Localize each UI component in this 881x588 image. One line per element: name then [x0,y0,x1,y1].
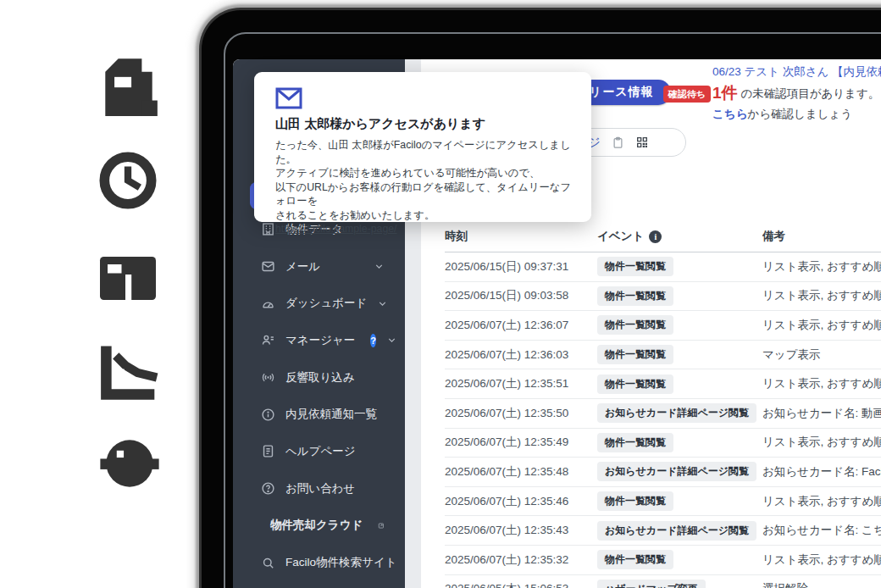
bank-building-icon [95,48,163,116]
column-header-note: 備考 [762,229,881,244]
time-cell: 2025/06/07(土) 12:35:50 [445,406,597,421]
event-badge: 物件一覧閲覧 [597,491,673,511]
table-row: 2025/06/07(土) 12:36:03物件一覧閲覧マップ表示 [445,341,881,370]
unconfirmed-count: 1件 [712,84,738,102]
note-cell: リスト表示, おすすめ順(新 [762,376,881,391]
table-row: 2025/06/15(日) 09:37:31物件一覧閲覧リスト表示, おすすめ順… [445,252,881,282]
sidebar-item-mail[interactable]: メール [233,248,405,286]
help-page-icon [261,444,275,458]
wallet-icon [95,252,161,302]
clock-icon [95,150,161,211]
sidebar-item-label: Facilo物件検索サイト [285,555,396,570]
cta-text: から確認しましょう [747,108,852,120]
sidebar-item-property-sale-cloud[interactable]: 物件売却クラウド [233,508,405,545]
column-header-event: イベントi [597,229,762,244]
cta-line: こちらから確認しましょう [712,107,881,122]
help-badge-icon[interactable]: ? [370,334,376,347]
time-cell: 2025/06/07(土) 12:35:51 [445,376,597,391]
activity-log-table: 時刻 イベントi 備考 2025/06/15(日) 09:37:31物件一覧閲覧… [445,229,881,588]
sidebar-item-label: ヘルプページ [285,444,356,459]
table-row: 2025/06/07(土) 12:35:51物件一覧閲覧リスト表示, おすすめ順… [445,369,881,399]
sidebar-item-response-import[interactable]: 反響取り込み [233,359,405,397]
popup-body-line: たった今、山田 太郎様がFaciloのマイページにアクセスしました。 [275,138,571,166]
popup-title: 山田 太郎様からアクセスがあります [275,116,571,132]
popup-link[interactable]: https://facilo.sample-page/ [275,222,397,236]
event-badge: 物件一覧閲覧 [597,315,673,335]
external-link-icon [378,520,385,531]
popup-body-line: 以下のURLからお客様の行動ログを確認して、タイムリーなフォローを [275,180,571,208]
event-badge: お知らせカード詳細ページ閲覧 [597,521,756,541]
note-cell: リスト表示, おすすめ順(新 [762,435,881,450]
event-badge: ハザードマップ変更 [597,580,706,588]
building-icon [261,222,275,236]
dashboard-icon [261,297,275,311]
note-cell: リスト表示, おすすめ順(新 [762,288,881,303]
question-icon [261,481,275,496]
chevron-down-icon [374,261,385,272]
clipboard-icon[interactable] [612,136,624,149]
event-badge: お知らせカード詳細ページ閲覧 [597,462,756,481]
note-cell: リスト表示, おすすめ順(新 [762,552,881,568]
envelope-icon [275,87,302,109]
broadcast-icon [261,370,275,385]
table-row: 2025/06/07(土) 12:35:32物件一覧閲覧リスト表示, おすすめ順… [445,546,881,575]
time-cell: 2025/06/07(土) 12:35:32 [445,552,597,568]
event-badge: 物件一覧閲覧 [597,433,673,452]
qr-code-icon[interactable] [635,136,649,149]
user-request-line: 06/23 テスト 次郎さん 【内見依頼】 [712,64,881,80]
sidebar-item-label: メール [285,259,320,275]
table-row: 2025/06/07(土) 12:35:50お知らせカード詳細ページ閲覧お知らせ… [445,399,881,429]
note-cell: リスト表示, おすすめ順(新 [762,318,881,333]
time-cell: 2025/06/07(土) 12:35:48 [445,464,597,480]
event-badge: 物件一覧閲覧 [597,257,673,276]
sidebar-item-label: 反響取り込み [285,370,355,386]
sidebar-item-manager[interactable]: マネージャー ? [233,322,405,359]
table-row: 2025/06/07(土) 12:36:07物件一覧閲覧リスト表示, おすすめ順… [445,311,881,341]
sidebar-item-contact[interactable]: お問い合わせ [233,470,405,508]
time-cell: 2025/06/15(日) 09:37:31 [445,259,597,275]
sidebar-item-label: 内見依頼通知一覧 [285,407,377,422]
time-cell: 2025/06/15(日) 09:03:58 [445,288,597,303]
sphere-icon [99,432,160,495]
sidebar-item-label: 物件売却クラウド [270,518,363,533]
sidebar-item-label: マネージャー [285,333,355,348]
notification-summary: 06/23 テスト 次郎さん 【内見依頼】 1件 の未確認項目があります。 こち… [712,64,881,122]
sidebar-item-viewing-request-list[interactable]: 内見依頼通知一覧 [233,396,405,433]
info-icon [261,408,275,422]
chevron-down-icon [386,335,397,346]
sidebar-item-label: ダッシュボード [285,296,367,311]
sidebar-item-facilo-property-search[interactable]: Facilo物件検索サイト [233,544,405,581]
table-row: 2025/06/07(土) 12:35:43お知らせカード詳細ページ閲覧お知らせ… [445,516,881,546]
sidebar-item-dashboard[interactable]: ダッシュボード [233,285,405,322]
note-cell: お知らせカード名: Facilo [762,464,881,480]
table-row: 2025/06/07(土) 12:35:49物件一覧閲覧リスト表示, おすすめ順… [445,429,881,458]
table-row: 2025/06/05(木) 15:06:53ハザードマップ変更選択解除 [445,575,881,588]
pending-confirmation-badge: 確認待ち [663,86,711,103]
mail-icon [261,259,275,274]
table-row: 2025/06/07(土) 12:35:48お知らせカード詳細ページ閲覧お知らせ… [445,458,881,487]
popup-body: たった今、山田 太郎様がFaciloのマイページにアクセスしました。 アクティブ… [275,138,571,236]
unconfirmed-line: 1件 の未確認項目があります。 [712,82,881,104]
time-cell: 2025/06/07(土) 12:36:03 [445,347,597,363]
popup-body-line: アクティブに検討を進められている可能性が高いので、 [275,166,571,180]
popup-body-line: されることをお勧めいたします。 [275,208,571,223]
time-cell: 2025/06/05(木) 15:06:53 [445,581,597,588]
manager-icon [261,333,275,347]
event-badge: 物件一覧閲覧 [597,550,673,569]
time-cell: 2025/06/07(土) 12:36:07 [445,318,597,333]
note-cell: マップ表示 [762,347,881,363]
event-info-icon[interactable]: i [649,230,662,243]
access-notification-popup: 山田 太郎様からアクセスがあります たった今、山田 太郎様がFaciloのマイペ… [254,72,591,222]
time-cell: 2025/06/07(土) 12:35:46 [445,494,597,509]
note-cell: お知らせカード名: こちら [762,523,881,538]
note-cell: 選択解除 [762,581,881,588]
table-row: 2025/06/07(土) 12:35:46物件一覧閲覧リスト表示, おすすめ順… [445,487,881,517]
declining-chart-icon [95,339,161,402]
time-cell: 2025/06/07(土) 12:35:43 [445,523,597,538]
sidebar-item-help-page[interactable]: ヘルプページ [233,433,405,470]
note-cell: リスト表示, おすすめ順(新 [762,259,881,275]
event-badge: お知らせカード詳細ページ閲覧 [597,403,756,423]
confirm-here-link[interactable]: こちら [712,108,747,120]
note-cell: お知らせカード名: 動画で [762,406,881,421]
sidebar-item-label: お問い合わせ [285,481,355,496]
